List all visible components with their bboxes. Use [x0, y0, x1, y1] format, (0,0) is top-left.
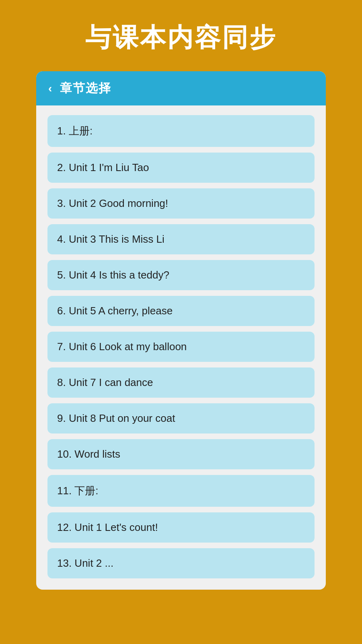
list-item[interactable]: 7. Unit 6 Look at my balloon — [47, 332, 315, 362]
list-item[interactable]: 12. Unit 1 Let's count! — [47, 512, 315, 543]
card-header: ‹ 章节选择 — [36, 71, 326, 105]
list-item[interactable]: 1. 上册: — [47, 115, 315, 147]
page-title: 与课本内容同步 — [69, 0, 293, 71]
list-item[interactable]: 10. Word lists — [47, 439, 315, 469]
list-item[interactable]: 11. 下册: — [47, 475, 315, 507]
list-item[interactable]: 8. Unit 7 I can dance — [47, 367, 315, 398]
list-item[interactable]: 6. Unit 5 A cherry, please — [47, 296, 315, 326]
chapter-list: 1. 上册: 2. Unit 1 I'm Liu Tao 3. Unit 2 G… — [36, 105, 326, 590]
chapter-card: ‹ 章节选择 1. 上册: 2. Unit 1 I'm Liu Tao 3. U… — [36, 71, 326, 590]
list-item-partial[interactable]: 13. Unit 2 ... — [47, 548, 315, 578]
back-button[interactable]: ‹ — [48, 82, 52, 95]
list-item[interactable]: 5. Unit 4 Is this a teddy? — [47, 260, 315, 290]
list-item[interactable]: 3. Unit 2 Good morning! — [47, 188, 315, 219]
list-item[interactable]: 4. Unit 3 This is Miss Li — [47, 224, 315, 254]
card-header-title: 章节选择 — [60, 80, 111, 97]
list-item[interactable]: 9. Unit 8 Put on your coat — [47, 403, 315, 433]
list-item[interactable]: 2. Unit 1 I'm Liu Tao — [47, 153, 315, 183]
